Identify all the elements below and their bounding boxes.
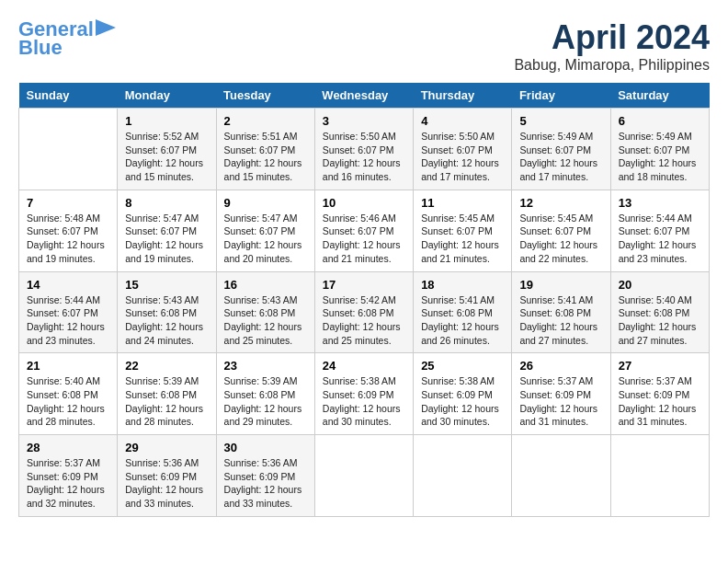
day-info: Sunrise: 5:36 AM Sunset: 6:09 PM Dayligh…: [125, 456, 208, 511]
day-info: Sunrise: 5:43 AM Sunset: 6:08 PM Dayligh…: [125, 293, 208, 348]
day-info: Sunrise: 5:38 AM Sunset: 6:09 PM Dayligh…: [421, 374, 504, 429]
day-number: 4: [421, 114, 504, 128]
calendar-cell: 6Sunrise: 5:49 AM Sunset: 6:07 PM Daylig…: [610, 109, 709, 190]
calendar-cell: 3Sunrise: 5:50 AM Sunset: 6:07 PM Daylig…: [314, 109, 413, 190]
day-number: 17: [323, 278, 405, 292]
day-info: Sunrise: 5:47 AM Sunset: 6:07 PM Dayligh…: [224, 212, 307, 266]
day-info: Sunrise: 5:43 AM Sunset: 6:08 PM Dayligh…: [224, 293, 307, 348]
calendar-cell: 29Sunrise: 5:36 AM Sunset: 6:09 PM Dayli…: [118, 435, 216, 517]
day-info: Sunrise: 5:50 AM Sunset: 6:07 PM Dayligh…: [421, 130, 504, 184]
calendar-week-row: 1Sunrise: 5:52 AM Sunset: 6:07 PM Daylig…: [19, 109, 710, 190]
day-number: 29: [125, 441, 208, 454]
logo: General Blue: [18, 18, 116, 59]
day-number: 18: [421, 278, 504, 292]
day-number: 5: [519, 114, 602, 128]
day-number: 24: [323, 359, 405, 373]
calendar-cell: 23Sunrise: 5:39 AM Sunset: 6:08 PM Dayli…: [216, 353, 314, 435]
day-info: Sunrise: 5:45 AM Sunset: 6:07 PM Dayligh…: [519, 212, 602, 266]
logo-blue: Blue: [18, 37, 63, 59]
logo-arrow-icon: [96, 19, 116, 36]
calendar-cell: 15Sunrise: 5:43 AM Sunset: 6:08 PM Dayli…: [118, 271, 216, 353]
calendar-cell: 7Sunrise: 5:48 AM Sunset: 6:07 PM Daylig…: [19, 190, 118, 271]
day-number: 13: [619, 196, 701, 210]
svg-marker-0: [96, 19, 116, 36]
day-info: Sunrise: 5:50 AM Sunset: 6:07 PM Dayligh…: [323, 130, 405, 184]
day-number: 23: [224, 359, 307, 373]
calendar-cell: 2Sunrise: 5:51 AM Sunset: 6:07 PM Daylig…: [216, 109, 314, 190]
day-number: 27: [619, 359, 701, 373]
month-title: April 2024: [514, 18, 710, 57]
calendar-cell: 24Sunrise: 5:38 AM Sunset: 6:09 PM Dayli…: [314, 353, 413, 435]
day-number: 11: [421, 196, 504, 210]
calendar-cell: 4Sunrise: 5:50 AM Sunset: 6:07 PM Daylig…: [414, 109, 512, 190]
calendar-cell: [414, 435, 512, 517]
day-number: 2: [224, 114, 307, 128]
calendar-cell: 16Sunrise: 5:43 AM Sunset: 6:08 PM Dayli…: [216, 271, 314, 353]
title-section: April 2024 Babug, Mimaropa, Philippines: [514, 18, 710, 74]
page-header: General Blue April 2024 Babug, Mimaropa,…: [18, 18, 710, 74]
calendar-cell: 14Sunrise: 5:44 AM Sunset: 6:07 PM Dayli…: [19, 271, 118, 353]
day-info: Sunrise: 5:39 AM Sunset: 6:08 PM Dayligh…: [125, 374, 208, 429]
calendar-cell: 27Sunrise: 5:37 AM Sunset: 6:09 PM Dayli…: [610, 353, 709, 435]
weekday-header-monday: Monday: [118, 83, 216, 109]
day-info: Sunrise: 5:48 AM Sunset: 6:07 PM Dayligh…: [27, 212, 109, 266]
day-info: Sunrise: 5:51 AM Sunset: 6:07 PM Dayligh…: [224, 130, 307, 184]
day-number: 22: [125, 359, 208, 373]
calendar-cell: 17Sunrise: 5:42 AM Sunset: 6:08 PM Dayli…: [314, 271, 413, 353]
day-info: Sunrise: 5:40 AM Sunset: 6:08 PM Dayligh…: [27, 374, 109, 429]
day-info: Sunrise: 5:37 AM Sunset: 6:09 PM Dayligh…: [27, 456, 109, 511]
day-number: 9: [224, 196, 307, 210]
day-number: 8: [125, 196, 208, 210]
calendar-cell: 1Sunrise: 5:52 AM Sunset: 6:07 PM Daylig…: [118, 109, 216, 190]
day-info: Sunrise: 5:44 AM Sunset: 6:07 PM Dayligh…: [27, 293, 109, 348]
calendar-cell: 20Sunrise: 5:40 AM Sunset: 6:08 PM Dayli…: [610, 271, 709, 353]
day-info: Sunrise: 5:49 AM Sunset: 6:07 PM Dayligh…: [519, 130, 602, 184]
calendar-week-row: 14Sunrise: 5:44 AM Sunset: 6:07 PM Dayli…: [19, 271, 710, 353]
calendar-cell: 30Sunrise: 5:36 AM Sunset: 6:09 PM Dayli…: [216, 435, 314, 517]
calendar-cell: [19, 109, 118, 190]
day-number: 14: [27, 278, 109, 292]
day-info: Sunrise: 5:39 AM Sunset: 6:08 PM Dayligh…: [224, 374, 307, 429]
day-number: 6: [619, 114, 701, 128]
weekday-header-sunday: Sunday: [19, 83, 118, 109]
day-info: Sunrise: 5:38 AM Sunset: 6:09 PM Dayligh…: [323, 374, 405, 429]
calendar-cell: 12Sunrise: 5:45 AM Sunset: 6:07 PM Dayli…: [512, 190, 610, 271]
calendar-table: SundayMondayTuesdayWednesdayThursdayFrid…: [18, 83, 710, 517]
day-number: 10: [323, 196, 405, 210]
day-number: 3: [323, 114, 405, 128]
weekday-header-saturday: Saturday: [610, 83, 709, 109]
day-number: 7: [27, 196, 109, 210]
calendar-cell: 25Sunrise: 5:38 AM Sunset: 6:09 PM Dayli…: [414, 353, 512, 435]
day-number: 25: [421, 359, 504, 373]
calendar-cell: 11Sunrise: 5:45 AM Sunset: 6:07 PM Dayli…: [414, 190, 512, 271]
day-info: Sunrise: 5:47 AM Sunset: 6:07 PM Dayligh…: [125, 212, 208, 266]
calendar-cell: 26Sunrise: 5:37 AM Sunset: 6:09 PM Dayli…: [512, 353, 610, 435]
day-info: Sunrise: 5:45 AM Sunset: 6:07 PM Dayligh…: [421, 212, 504, 266]
day-info: Sunrise: 5:36 AM Sunset: 6:09 PM Dayligh…: [224, 456, 307, 511]
day-number: 30: [224, 441, 307, 454]
day-info: Sunrise: 5:42 AM Sunset: 6:08 PM Dayligh…: [323, 293, 405, 348]
calendar-cell: 8Sunrise: 5:47 AM Sunset: 6:07 PM Daylig…: [118, 190, 216, 271]
day-number: 26: [519, 359, 602, 373]
calendar-cell: [314, 435, 413, 517]
day-info: Sunrise: 5:41 AM Sunset: 6:08 PM Dayligh…: [519, 293, 602, 348]
day-number: 28: [27, 441, 109, 454]
calendar-cell: 5Sunrise: 5:49 AM Sunset: 6:07 PM Daylig…: [512, 109, 610, 190]
weekday-header-tuesday: Tuesday: [216, 83, 314, 109]
day-number: 1: [125, 114, 208, 128]
day-info: Sunrise: 5:37 AM Sunset: 6:09 PM Dayligh…: [519, 374, 602, 429]
weekday-header-thursday: Thursday: [414, 83, 512, 109]
day-info: Sunrise: 5:40 AM Sunset: 6:08 PM Dayligh…: [619, 293, 701, 348]
calendar-cell: [512, 435, 610, 517]
calendar-cell: 10Sunrise: 5:46 AM Sunset: 6:07 PM Dayli…: [314, 190, 413, 271]
day-info: Sunrise: 5:52 AM Sunset: 6:07 PM Dayligh…: [125, 130, 208, 184]
day-number: 15: [125, 278, 208, 292]
day-info: Sunrise: 5:49 AM Sunset: 6:07 PM Dayligh…: [619, 130, 701, 184]
day-info: Sunrise: 5:46 AM Sunset: 6:07 PM Dayligh…: [323, 212, 405, 266]
calendar-cell: 19Sunrise: 5:41 AM Sunset: 6:08 PM Dayli…: [512, 271, 610, 353]
day-number: 16: [224, 278, 307, 292]
day-info: Sunrise: 5:41 AM Sunset: 6:08 PM Dayligh…: [421, 293, 504, 348]
calendar-week-row: 21Sunrise: 5:40 AM Sunset: 6:08 PM Dayli…: [19, 353, 710, 435]
calendar-cell: 9Sunrise: 5:47 AM Sunset: 6:07 PM Daylig…: [216, 190, 314, 271]
day-number: 19: [519, 278, 602, 292]
